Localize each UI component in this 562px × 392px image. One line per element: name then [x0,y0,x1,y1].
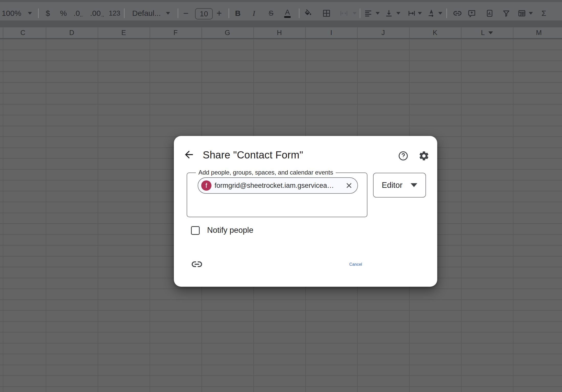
text-wrap-button[interactable] [408,9,416,17]
column-letter: H [277,29,282,37]
column-letter: M [536,29,542,37]
column-headers: CDEFGHIJKLM [0,27,562,39]
format-currency-button[interactable]: $ [46,9,50,18]
text-wrap-dropdown-icon[interactable] [418,12,422,15]
table-view-dropdown-icon[interactable] [529,12,533,15]
toolbar-divider [229,8,229,18]
column-letter: D [69,29,74,37]
vertical-align-dropdown-icon[interactable] [396,12,400,15]
toolbar-divider [178,8,178,18]
column-header-H[interactable]: H [253,27,305,38]
decrease-decimal-button[interactable]: .0← [73,8,84,18]
google-sheets-share-screen: 100% $ % .0← .00→ 123 Defaul... − 10 + B… [0,0,562,392]
fill-color-button[interactable] [304,9,312,17]
dialog-title: Share "Contact Form" [203,149,303,161]
settings-gear-button[interactable] [418,150,430,162]
column-header-F[interactable]: F [150,27,201,38]
format-percent-button[interactable]: % [60,9,67,18]
text-rotation-button[interactable] [427,9,435,17]
zoom-dropdown-icon[interactable] [28,12,32,15]
increase-font-size-button[interactable]: + [216,8,222,19]
column-letter: E [121,29,126,37]
copy-link-button[interactable] [191,259,203,270]
column-header-E[interactable]: E [98,27,150,38]
column-dropdown-icon[interactable] [488,31,493,34]
more-formats-button[interactable]: 123 [109,9,120,17]
share-button[interactable]: Share [382,254,426,274]
toolbar-divider [360,8,360,18]
horizontal-align-button[interactable] [364,9,372,17]
notify-people-label[interactable]: Notify people [207,226,253,235]
avatar: f [201,180,211,191]
column-header-C[interactable]: C [0,27,46,38]
column-letter: L [481,29,485,37]
share-dialog: Share "Contact Form" Add people, groups,… [174,136,437,287]
remove-recipient-button[interactable] [345,181,353,190]
notify-people-checkbox[interactable] [191,226,200,235]
recipient-email: formgrid@sheetrocket.iam.gservicea… [215,182,343,190]
column-letter: K [433,29,437,37]
column-header-K[interactable]: K [409,27,461,38]
arrow-right-icon: → [100,13,105,18]
bold-button[interactable]: B [235,9,241,18]
horizontal-align-dropdown-icon[interactable] [376,12,380,15]
column-header-J[interactable]: J [357,27,409,38]
font-size-input[interactable]: 10 [195,8,213,19]
zoom-control[interactable]: 100% [2,9,21,18]
chevron-down-icon [411,183,417,187]
help-button[interactable] [398,151,409,161]
role-dropdown[interactable]: Editor [373,173,426,198]
increase-decimal-button[interactable]: .00→ [90,8,105,18]
column-letter: J [381,29,385,37]
people-field[interactable]: Add people, groups, spaces, and calendar… [187,172,367,217]
toolbar-divider [446,8,447,18]
font-dropdown-icon[interactable] [166,12,170,15]
column-letter: C [20,29,26,37]
column-letter: G [225,29,230,37]
font-name-select[interactable]: Defaul... [132,9,161,18]
text-rotation-dropdown-icon[interactable] [438,12,442,15]
column-letter: F [173,29,178,37]
functions-button[interactable]: Σ [542,9,546,18]
column-header-L[interactable]: L [461,27,513,38]
people-field-label: Add people, groups, spaces, and calendar… [196,169,336,176]
column-header-M[interactable]: M [513,27,562,38]
menu-bar-edge [0,0,562,2]
toolbar-divider [124,8,125,18]
insert-comment-button[interactable] [468,9,476,17]
table-view-button[interactable] [518,9,526,17]
toolbar-divider [299,8,299,18]
insert-chart-button[interactable] [486,9,494,17]
strikethrough-button[interactable]: S [269,9,274,17]
column-header-D[interactable]: D [46,27,98,38]
back-button[interactable] [183,149,195,160]
text-color-button[interactable]: A [284,9,291,18]
toolbar-divider [38,8,39,18]
italic-button[interactable]: I [253,9,255,18]
decrease-font-size-button[interactable]: − [183,8,188,19]
vertical-align-button[interactable] [385,9,393,17]
filter-button[interactable] [502,9,510,17]
toolbar-grid-divider [0,20,562,27]
column-header-I[interactable]: I [305,27,357,38]
column-header-G[interactable]: G [201,27,253,38]
merge-dropdown-icon [353,12,357,15]
borders-button[interactable] [322,9,331,17]
merge-cells-button [340,9,348,17]
insert-link-button[interactable] [453,9,462,18]
cancel-button[interactable]: Cancel [349,262,362,267]
toolbar: 100% $ % .0← .00→ 123 Defaul... − 10 + B… [0,2,562,20]
column-letter: I [330,29,332,37]
recipient-chip[interactable]: f formgrid@sheetrocket.iam.gservicea… [198,177,358,194]
role-value: Editor [382,181,402,190]
arrow-left-icon: ← [79,13,84,18]
